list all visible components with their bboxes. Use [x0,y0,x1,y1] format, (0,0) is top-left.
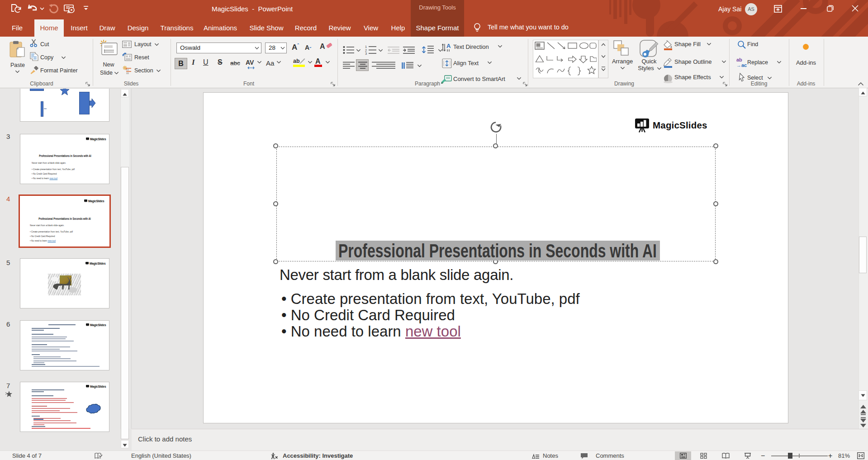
svg-text:3: 3 [365,52,367,55]
svg-text:A: A [446,43,451,49]
